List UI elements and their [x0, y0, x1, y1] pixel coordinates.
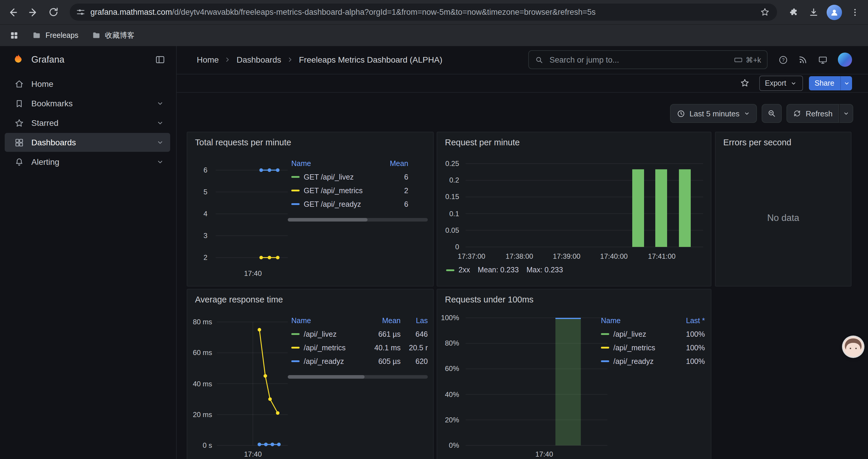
user-avatar[interactable] — [838, 53, 852, 67]
collapse-sidebar-icon[interactable] — [155, 54, 165, 65]
reload-button[interactable] — [44, 3, 63, 22]
legend-header-name[interactable]: Name — [291, 317, 311, 325]
downloads-icon[interactable] — [804, 3, 823, 22]
help-icon[interactable]: ? — [778, 55, 788, 65]
search-input[interactable] — [548, 55, 729, 65]
breadcrumb-home[interactable]: Home — [197, 55, 219, 64]
site-settings-icon[interactable] — [75, 7, 86, 17]
series-name[interactable]: GET /api/_metrics — [304, 186, 363, 195]
sidebar-item-label: Starred — [31, 118, 149, 128]
chevron-down-icon[interactable] — [156, 99, 164, 107]
y-tick-label: 80% — [445, 339, 459, 347]
series-name[interactable]: /api/_livez — [304, 330, 337, 338]
chevron-down-icon[interactable] — [156, 138, 164, 146]
address-bar[interactable]: grafana.mathmast.com/d/deytv4rwavabkb/fr… — [70, 4, 777, 21]
y-tick-label: 40% — [445, 390, 459, 398]
grafana-logo[interactable] — [12, 53, 25, 66]
legend-table: Name Last * /api/_livez 100% /api/_metri… — [601, 314, 705, 368]
news-rss-icon[interactable] — [798, 55, 808, 64]
legend-header-mean[interactable]: Mean — [366, 317, 401, 325]
assistant-avatar-button[interactable] — [843, 337, 863, 357]
panel-title[interactable]: Requests under 100ms — [437, 290, 711, 309]
bell-icon — [14, 157, 24, 167]
series-name[interactable]: /api/_livez — [613, 330, 646, 338]
y-tick-label: 0 s — [203, 441, 212, 450]
series-name[interactable]: /api/_metrics — [304, 343, 346, 352]
x-tick-label: 17:41:00 — [648, 252, 675, 261]
series-mean: 2 — [385, 186, 408, 195]
x-tick-label: 17:39:00 — [553, 252, 580, 261]
folder-icon — [91, 31, 101, 40]
dashboard-actions-bar: Export Share — [176, 74, 868, 93]
y-tick-label: 4 — [204, 210, 208, 218]
sidebar-item-label: Alerting — [31, 157, 149, 167]
y-tick-label: 6 — [204, 166, 208, 174]
y-tick-label: 0.2 — [450, 176, 459, 184]
sidebar-header: Grafana — [0, 45, 176, 74]
bookmark-star-icon[interactable] — [757, 4, 772, 20]
panel-average-response-time: Average response time 80 ms60 ms40 ms20 … — [187, 289, 434, 459]
legend-header-last[interactable]: Las — [402, 317, 428, 325]
sidebar-item-bookmarks[interactable]: Bookmarks — [5, 94, 170, 113]
sidebar-item-home[interactable]: Home — [5, 74, 170, 93]
refresh-interval-caret[interactable] — [839, 104, 853, 123]
panel-title[interactable]: Errors per second — [716, 132, 851, 153]
no-data-message: No data — [716, 213, 851, 223]
export-button[interactable]: Export — [759, 75, 803, 91]
sidebar-item-dashboards[interactable]: Dashboards — [5, 133, 170, 152]
series-name[interactable]: GET /api/_livez — [304, 173, 354, 181]
legend-scrollbar[interactable] — [288, 218, 428, 222]
panel-title[interactable]: Average response time — [187, 290, 433, 309]
legend-header-name[interactable]: Name — [601, 317, 621, 325]
favorite-star-icon[interactable] — [740, 78, 749, 88]
dashboards-grid-icon — [14, 137, 24, 147]
series-last: 100% — [675, 330, 705, 338]
series-name[interactable]: 2xx — [459, 266, 470, 274]
browser-profile-avatar[interactable] — [827, 4, 842, 20]
sidebar-item-alerting[interactable]: Alerting — [5, 153, 170, 171]
series-name[interactable]: GET /api/_readyz — [304, 200, 361, 208]
chart-legend: 2xx Mean: 0.233 Max: 0.233 — [446, 266, 563, 274]
y-tick-label: 60 ms — [193, 349, 212, 357]
series-name[interactable]: /api/_readyz — [613, 357, 653, 365]
url-text: grafana.mathmast.com/d/deytv4rwavabkb/fr… — [90, 8, 752, 17]
panel-title[interactable]: Request per minute — [437, 132, 711, 153]
sidebar-item-starred[interactable]: Starred — [5, 113, 170, 132]
browser-menu-icon[interactable] — [845, 3, 864, 22]
zoom-out-button[interactable] — [762, 104, 782, 123]
x-tick-label: 17:40 — [244, 450, 262, 458]
star-icon — [14, 118, 24, 128]
share-menu-caret[interactable] — [840, 76, 852, 90]
breadcrumb-dashboards[interactable]: Dashboards — [237, 55, 281, 64]
legend-header-last[interactable]: Last * — [675, 317, 705, 325]
share-button[interactable]: Share — [809, 76, 840, 90]
bookmark-icon — [14, 98, 24, 108]
forward-button[interactable] — [24, 3, 42, 22]
series-last: 100% — [675, 357, 705, 365]
series-last: 20.5 r — [402, 343, 428, 352]
series-color-dash — [291, 203, 300, 205]
chevron-down-icon — [790, 79, 797, 87]
series-name[interactable]: /api/_metrics — [613, 343, 655, 352]
bookmark-item[interactable]: Freeleaps — [28, 28, 82, 42]
back-button[interactable] — [4, 3, 23, 22]
monitor-icon[interactable] — [818, 55, 828, 65]
chevron-down-icon[interactable] — [156, 119, 164, 127]
panel-title[interactable]: Total requests per minute — [187, 132, 433, 153]
bookmark-item[interactable]: 收藏博客 — [88, 28, 138, 43]
legend-header-row: Name Mean — [291, 157, 428, 170]
chevron-down-icon[interactable] — [156, 158, 164, 166]
search-box[interactable]: ⌘+k — [528, 50, 768, 69]
legend-scrollbar[interactable] — [288, 375, 428, 379]
extensions-icon[interactable] — [784, 3, 803, 22]
legend-row: /api/_readyz 100% — [601, 355, 705, 368]
scrollbar-thumb[interactable] — [288, 375, 365, 379]
legend-header-mean[interactable]: Mean — [385, 160, 408, 168]
series-name[interactable]: /api/_readyz — [304, 357, 344, 365]
apps-grid-icon[interactable] — [6, 27, 23, 44]
svg-text:?: ? — [782, 57, 785, 62]
legend-header-name[interactable]: Name — [291, 160, 311, 168]
scrollbar-thumb[interactable] — [288, 218, 368, 222]
refresh-button[interactable]: Refresh — [787, 104, 839, 123]
time-range-picker[interactable]: Last 5 minutes — [670, 104, 757, 123]
